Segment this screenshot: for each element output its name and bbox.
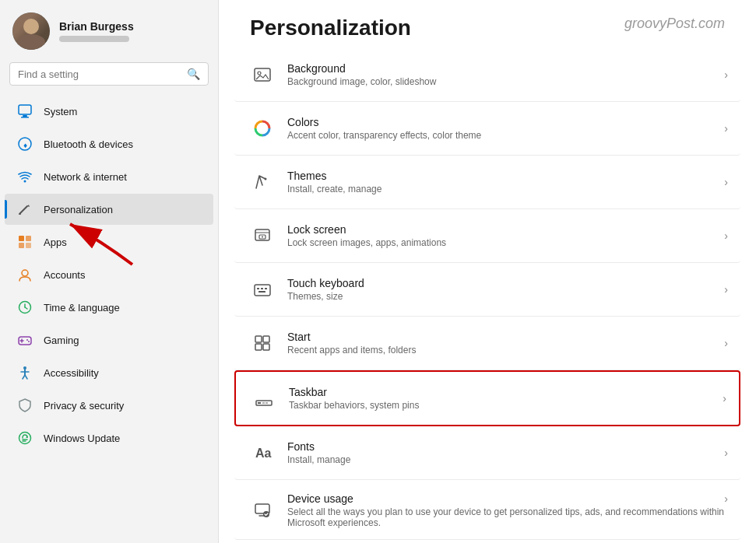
sidebar-item-update-label: Windows Update bbox=[44, 433, 120, 444]
settings-item-background-text: Background Background image, color, slid… bbox=[287, 62, 724, 87]
user-status-bar bbox=[59, 36, 129, 42]
settings-item-fonts[interactable]: Aa Fonts Install, manage › bbox=[234, 426, 740, 480]
search-container: 🔍 bbox=[0, 59, 218, 95]
svg-line-25 bbox=[25, 375, 27, 379]
settings-list: Background Background image, color, slid… bbox=[219, 48, 756, 543]
svg-rect-49 bbox=[262, 402, 265, 404]
colors-setting-icon bbox=[247, 113, 278, 144]
colors-chevron-icon: › bbox=[724, 122, 728, 135]
sidebar-item-system-label: System bbox=[44, 106, 77, 117]
sidebar-item-bluetooth[interactable]: ⬧ Bluetooth & devices bbox=[5, 128, 213, 159]
sidebar-item-accessibility-label: Accessibility bbox=[44, 367, 99, 379]
svg-rect-45 bbox=[255, 344, 262, 350]
sidebar-item-privacy[interactable]: Privacy & security bbox=[5, 390, 213, 421]
main-content: Personalization groovyPost.com Backgroun… bbox=[218, 0, 756, 543]
svg-rect-50 bbox=[265, 402, 268, 404]
sidebar-item-bluetooth-label: Bluetooth & devices bbox=[44, 138, 133, 150]
svg-line-24 bbox=[23, 375, 25, 379]
sidebar-item-personalization[interactable]: Personalization bbox=[5, 194, 213, 225]
settings-item-start[interactable]: Start Recent apps and items, folders › bbox=[234, 317, 740, 370]
update-icon bbox=[17, 430, 33, 446]
svg-point-20 bbox=[28, 341, 30, 342]
settings-item-taskbar[interactable]: Taskbar Taskbar behaviors, system pins › bbox=[234, 370, 740, 426]
svg-rect-40 bbox=[261, 288, 263, 289]
svg-rect-48 bbox=[258, 402, 261, 404]
svg-rect-43 bbox=[255, 336, 262, 342]
sidebar-item-network[interactable]: Network & internet bbox=[5, 161, 213, 192]
touchkeyboard-setting-icon bbox=[247, 274, 278, 305]
sidebar-item-apps[interactable]: Apps bbox=[5, 226, 213, 257]
background-setting-icon bbox=[247, 59, 278, 90]
settings-item-touchkeyboard[interactable]: Touch keyboard Themes, size › bbox=[234, 263, 740, 317]
nav-items: System ⬧ Bluetooth & devices bbox=[0, 95, 218, 543]
themes-setting-icon bbox=[247, 166, 278, 198]
svg-point-54 bbox=[263, 511, 269, 517]
sidebar-item-personalization-label: Personalization bbox=[44, 204, 113, 215]
lockscreen-chevron-icon: › bbox=[724, 229, 728, 242]
svg-rect-41 bbox=[265, 288, 267, 289]
svg-point-19 bbox=[26, 339, 28, 341]
settings-item-background[interactable]: Background Background image, color, slid… bbox=[234, 48, 740, 102]
svg-rect-46 bbox=[263, 344, 269, 350]
svg-rect-42 bbox=[258, 291, 265, 293]
svg-rect-39 bbox=[257, 288, 259, 289]
svg-rect-2 bbox=[21, 117, 29, 118]
fonts-setting-icon: Aa bbox=[247, 437, 278, 468]
settings-item-colors[interactable]: Colors Accent color, transparency effect… bbox=[234, 102, 740, 156]
settings-item-deviceusage-title: Device usage bbox=[287, 492, 724, 505]
user-profile: Brian Burgess bbox=[0, 0, 218, 59]
search-input[interactable] bbox=[18, 68, 181, 80]
settings-item-deviceusage[interactable]: Device usage Select all the ways you pla… bbox=[234, 480, 740, 540]
settings-item-taskbar-title: Taskbar bbox=[289, 386, 723, 398]
settings-item-fonts-text: Fonts Install, manage bbox=[287, 440, 724, 465]
settings-item-deviceusage-text: Device usage Select all the ways you pla… bbox=[287, 492, 724, 528]
accounts-icon bbox=[17, 267, 33, 282]
page-title: Personalization bbox=[250, 16, 411, 40]
sidebar-item-system[interactable]: System bbox=[5, 96, 213, 127]
settings-item-themes-text: Themes Install, create, manage bbox=[287, 170, 724, 194]
settings-item-themes-desc: Install, create, manage bbox=[287, 184, 724, 194]
settings-item-themes-title: Themes bbox=[287, 170, 724, 182]
sidebar-item-accounts[interactable]: Accounts bbox=[5, 259, 213, 290]
settings-item-lockscreen-title: Lock screen bbox=[287, 223, 724, 236]
sidebar-item-time[interactable]: Time & language bbox=[5, 292, 213, 323]
taskbar-chevron-icon: › bbox=[723, 392, 726, 405]
touchkeyboard-chevron-icon: › bbox=[724, 283, 728, 296]
taskbar-setting-icon bbox=[248, 383, 280, 414]
accessibility-icon bbox=[17, 365, 33, 380]
settings-item-lockscreen-text: Lock screen Lock screen images, apps, an… bbox=[287, 223, 724, 248]
svg-point-37 bbox=[262, 236, 263, 238]
svg-rect-38 bbox=[255, 285, 270, 296]
settings-item-touchkeyboard-title: Touch keyboard bbox=[287, 277, 724, 289]
network-icon bbox=[17, 169, 33, 184]
lockscreen-setting-icon bbox=[247, 220, 278, 251]
sidebar-item-gaming-label: Gaming bbox=[44, 335, 79, 346]
settings-item-deviceusage-desc: Select all the ways you plan to use your… bbox=[287, 506, 724, 528]
privacy-icon bbox=[17, 398, 33, 413]
start-setting-icon bbox=[247, 328, 278, 359]
search-box[interactable]: 🔍 bbox=[9, 62, 209, 86]
page-header: Personalization groovyPost.com bbox=[219, 0, 756, 48]
sidebar-item-gaming[interactable]: Gaming bbox=[5, 324, 213, 356]
svg-point-26 bbox=[19, 433, 31, 444]
sidebar-item-update[interactable]: Windows Update bbox=[5, 422, 213, 454]
user-name: Brian Burgess bbox=[59, 20, 134, 33]
settings-item-colors-desc: Accent color, transparency effects, colo… bbox=[287, 130, 724, 141]
settings-item-background-desc: Background image, color, slideshow bbox=[287, 76, 724, 87]
bluetooth-icon: ⬧ bbox=[17, 136, 33, 152]
svg-text:⬧: ⬧ bbox=[23, 139, 28, 150]
svg-rect-11 bbox=[26, 243, 31, 248]
time-icon bbox=[17, 300, 33, 315]
themes-chevron-icon: › bbox=[724, 176, 728, 188]
settings-item-taskbar-desc: Taskbar behaviors, system pins bbox=[289, 400, 723, 411]
deviceusage-chevron-icon: › bbox=[724, 492, 728, 505]
svg-text:Aa: Aa bbox=[255, 447, 272, 460]
settings-item-fonts-title: Fonts bbox=[287, 440, 724, 453]
settings-item-background-title: Background bbox=[287, 62, 724, 75]
settings-item-start-text: Start Recent apps and items, folders bbox=[287, 331, 724, 356]
settings-item-lockscreen[interactable]: Lock screen Lock screen images, apps, an… bbox=[234, 209, 740, 263]
settings-item-start-title: Start bbox=[287, 331, 724, 343]
settings-item-themes[interactable]: Themes Install, create, manage › bbox=[234, 156, 740, 209]
sidebar-item-accessibility[interactable]: Accessibility bbox=[5, 357, 213, 388]
sidebar-item-time-label: Time & language bbox=[44, 302, 120, 314]
